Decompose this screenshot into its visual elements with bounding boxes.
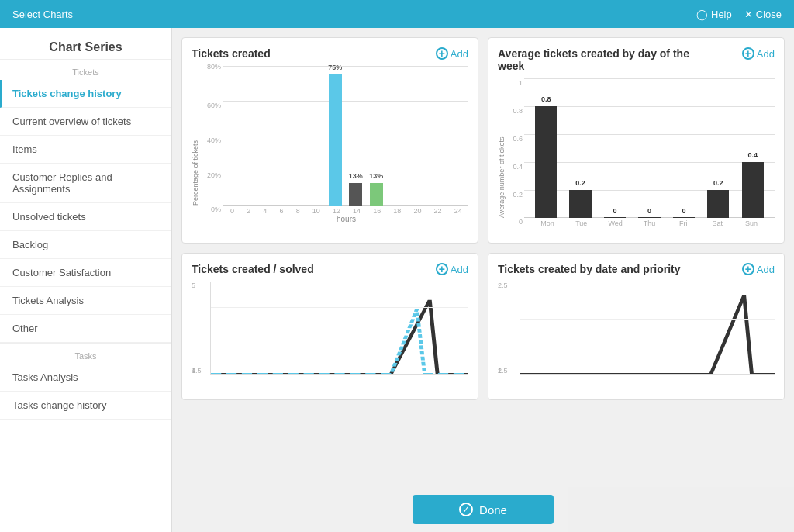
bar-wrapper-75: 75% [326, 66, 346, 206]
chart-tickets-created: Tickets created + Add Percentage of tick… [181, 37, 478, 244]
line-chart-4: 2.5 2 1.5 [498, 282, 775, 390]
bar-wrapper [243, 66, 264, 206]
y-label-2: Average number of tickets [498, 78, 506, 218]
chart-title-3: Tickets created / solved [192, 263, 314, 275]
bar-mon: 0.8 [530, 78, 561, 218]
sidebar-item-backlog[interactable]: Backlog [0, 231, 171, 259]
add-icon-1: + [436, 47, 448, 60]
close-icon: ✕ [744, 9, 753, 20]
help-icon: ◯ [696, 9, 708, 20]
header: Select Charts ◯ Help ✕ Close [0, 0, 794, 28]
chart-header-2: Average tickets created by day of the we… [498, 47, 775, 72]
bar-wed: 0 [599, 78, 630, 218]
sidebar-item-customer-replies[interactable]: Customer Replies and Assignments [0, 164, 171, 203]
x-axis-2: Mon Tue Wed Thu Fri Sat Sun [524, 219, 775, 227]
x-axis-title-1: hours [224, 215, 468, 223]
sidebar-item-tickets-analysis[interactable]: Tickets Analysis [0, 287, 171, 315]
add-button-1[interactable]: + Add [436, 47, 468, 60]
chart-header-3: Tickets created / solved + Add [192, 263, 468, 275]
done-button[interactable]: ✓ Done [413, 495, 554, 524]
bar-wrapper-13b: 13% [367, 66, 387, 206]
footer: ✓ Done [172, 487, 794, 532]
sidebar: Chart Series Tickets Tickets change hist… [0, 28, 172, 532]
bar-wrapper [285, 66, 305, 206]
bar-wrapper [408, 66, 428, 206]
bar-fri: 0 [668, 78, 699, 218]
help-button[interactable]: ◯ Help [696, 9, 732, 20]
bar-wrapper [449, 66, 469, 206]
add-button-4[interactable]: + Add [742, 263, 775, 275]
chart-title-1: Tickets created [192, 47, 271, 60]
bar-wrapper [305, 66, 325, 206]
sidebar-item-items[interactable]: Items [0, 136, 171, 164]
add-icon-4: + [742, 263, 754, 275]
add-button-2[interactable]: + Add [742, 47, 775, 60]
line-chart-svg-3 [211, 282, 468, 374]
bar-thu: 0 [633, 78, 665, 218]
sidebar-item-customer-satisfaction[interactable]: Customer Satisfaction [0, 259, 171, 287]
add-button-3[interactable]: + Add [436, 263, 468, 275]
add-icon-3: + [436, 263, 448, 275]
tasks-section-label: Tasks [0, 343, 171, 364]
chart-title-4: Tickets created by date and priority [498, 263, 681, 275]
bar-chart-1: Percentage of tickets 80% 60% [192, 66, 468, 221]
header-actions: ◯ Help ✕ Close [696, 9, 782, 20]
tickets-section-label: Tickets [0, 59, 171, 80]
sidebar-item-tasks-change-history[interactable]: Tasks change history [0, 392, 171, 420]
sidebar-item-tasks-analysis[interactable]: Tasks Analysis [0, 364, 171, 392]
done-label: Done [479, 503, 507, 516]
line-chart-3: 5 4 1.5 [192, 282, 468, 390]
sidebar-item-unsolved-tickets[interactable]: Unsolved tickets [0, 203, 171, 231]
sidebar-item-other[interactable]: Other [0, 315, 171, 343]
done-check-icon: ✓ [459, 503, 473, 516]
bar-wrapper [428, 66, 448, 206]
bar-wrapper [387, 66, 407, 206]
bar-tue: 0.2 [564, 78, 596, 218]
bar-wrapper [264, 66, 284, 206]
sidebar-item-tickets-change-history[interactable]: Tickets change history [0, 80, 171, 108]
chart-tickets-priority: Tickets created by date and priority + A… [488, 253, 785, 400]
main-layout: Chart Series Tickets Tickets change hist… [0, 28, 794, 532]
chart-header-4: Tickets created by date and priority + A… [498, 263, 775, 275]
line-chart-svg-4 [520, 282, 775, 374]
bar-wrapper [223, 66, 243, 206]
x-axis-1: 0 2 4 6 8 10 12 14 16 18 20 22 24 [224, 207, 468, 215]
chart-title-2: Average tickets created by day of the we… [498, 47, 692, 72]
bar-sun: 0.4 [737, 78, 768, 218]
sidebar-title: Chart Series [0, 28, 171, 59]
bar-chart-2: Average number of tickets 1 0.8 0.6 [498, 78, 775, 233]
app-title: Select Charts [12, 9, 73, 20]
chart-tickets-solved: Tickets created / solved + Add 5 4 1.5 [181, 253, 478, 400]
add-icon-2: + [742, 47, 754, 60]
close-button[interactable]: ✕ Close [744, 9, 782, 20]
bar-sat: 0.2 [703, 78, 734, 218]
content-area: Tickets created + Add Percentage of tick… [172, 28, 794, 532]
y-label-1: Percentage of tickets [192, 66, 199, 206]
bar-wrapper-13a: 13% [346, 66, 366, 206]
sidebar-item-current-overview[interactable]: Current overview of tickets [0, 108, 171, 136]
chart-avg-tickets: Average tickets created by day of the we… [488, 37, 785, 244]
chart-header-1: Tickets created + Add [192, 47, 468, 60]
